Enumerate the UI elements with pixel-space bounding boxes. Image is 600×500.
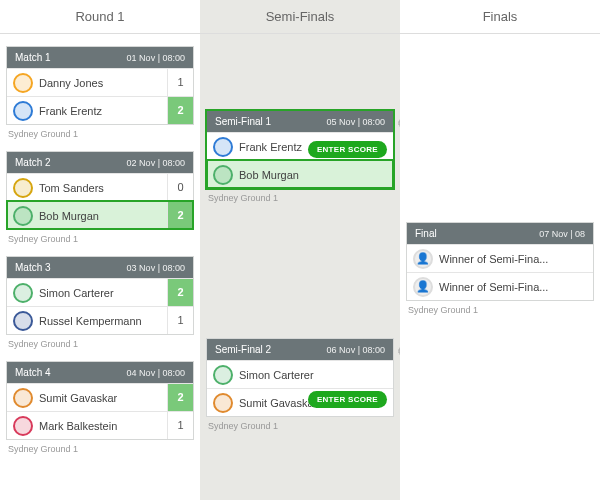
match-title: Semi-Final 1 [215,116,271,127]
avatar-placeholder: 👤 [413,277,433,297]
match-title: Match 4 [15,367,51,378]
avatar [13,416,33,436]
match-card[interactable]: Match 101 Nov | 08:00 Danny Jones1 Frank… [6,46,194,125]
match-card[interactable]: Match 303 Nov | 08:00 Simon Carterer2 Ru… [6,256,194,335]
score: 2 [167,202,193,229]
player-name: Russel Kempermann [39,315,167,327]
score: 2 [167,384,193,411]
player-name: Bob Murgan [39,210,167,222]
avatar [213,365,233,385]
player-name: Simon Carterer [39,287,167,299]
player-name: Simon Carterer [239,369,393,381]
score: 2 [167,97,193,124]
column-header-round1: Round 1 [0,0,200,34]
match-datetime: 07 Nov | 08 [539,229,585,239]
avatar [13,283,33,303]
match-card[interactable]: ⚙ Semi-Final 105 Nov | 08:00 Frank Erent… [206,110,394,189]
player-name: Winner of Semi-Fina... [439,281,593,293]
player-name: Frank Erentz [39,105,167,117]
avatar [13,311,33,331]
venue: Sydney Ground 1 [8,339,194,349]
player-name: Tom Sanders [39,182,167,194]
match-card[interactable]: Match 202 Nov | 08:00 Tom Sanders0 Bob M… [6,151,194,230]
avatar [13,388,33,408]
match-datetime: 04 Nov | 08:00 [127,368,185,378]
enter-score-badge[interactable]: ENTER SCORE [308,141,387,158]
score: 1 [167,307,193,334]
score: 1 [167,412,193,439]
venue: Sydney Ground 1 [8,444,194,454]
avatar-placeholder: 👤 [413,249,433,269]
score: 1 [167,69,193,96]
match-datetime: 02 Nov | 08:00 [127,158,185,168]
avatar [213,137,233,157]
avatar [213,165,233,185]
player-name: Winner of Semi-Fina... [439,253,593,265]
enter-score-badge[interactable]: ENTER SCORE [308,391,387,408]
match-title: Match 3 [15,262,51,273]
venue: Sydney Ground 1 [208,421,394,431]
score: 2 [167,279,193,306]
player-name: Bob Murgan [239,169,393,181]
avatar [13,101,33,121]
venue: Sydney Ground 1 [208,193,394,203]
avatar [13,73,33,93]
match-title: Final [415,228,437,239]
player-name: Mark Balkestein [39,420,167,432]
match-datetime: 03 Nov | 08:00 [127,263,185,273]
avatar [13,178,33,198]
player-name: Sumit Gavaskar [39,392,167,404]
player-name: Danny Jones [39,77,167,89]
score: 0 [167,174,193,201]
match-card[interactable]: Match 404 Nov | 08:00 Sumit Gavaskar2 Ma… [6,361,194,440]
match-datetime: 06 Nov | 08:00 [327,345,385,355]
venue: Sydney Ground 1 [408,305,594,315]
match-datetime: 01 Nov | 08:00 [127,53,185,63]
match-card[interactable]: ⚙ Semi-Final 206 Nov | 08:00 Simon Carte… [206,338,394,417]
avatar [13,206,33,226]
match-title: Semi-Final 2 [215,344,271,355]
match-title: Match 1 [15,52,51,63]
avatar [213,393,233,413]
match-card[interactable]: Final07 Nov | 08 👤Winner of Semi-Fina...… [406,222,594,301]
venue: Sydney Ground 1 [8,234,194,244]
venue: Sydney Ground 1 [8,129,194,139]
column-header-finals: Finals [400,0,600,34]
match-datetime: 05 Nov | 08:00 [327,117,385,127]
match-title: Match 2 [15,157,51,168]
column-header-semifinals: Semi-Finals [200,0,400,34]
